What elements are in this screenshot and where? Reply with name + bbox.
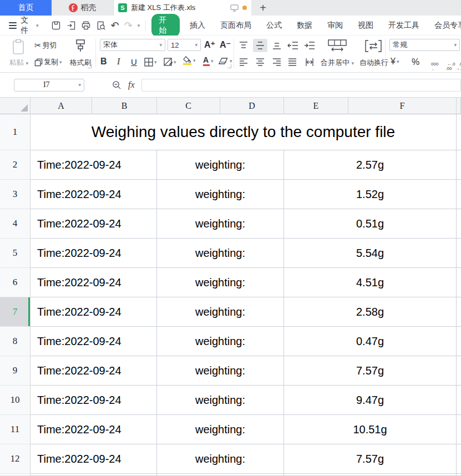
row-header-5[interactable]: 5 <box>0 239 31 268</box>
partial-cell[interactable] <box>457 209 461 239</box>
wrap-text-icon[interactable] <box>365 39 382 53</box>
align-middle-button[interactable] <box>253 39 267 52</box>
cell-time[interactable]: Time:2022-09-24 <box>31 386 157 415</box>
partial-cell[interactable] <box>457 444 461 474</box>
ribbon-tab-4[interactable]: 数据 <box>297 21 312 31</box>
cell-time[interactable]: Time:2022-09-24 <box>31 297 157 327</box>
ribbon-tab-3[interactable]: 公式 <box>266 21 282 31</box>
cell-time[interactable]: Time:2022-09-24 <box>31 327 157 356</box>
cell-time[interactable]: Time:2022-09-24 <box>31 239 157 268</box>
fill-color-button[interactable]: ▾ <box>183 56 196 65</box>
format-painter-icon[interactable] <box>73 38 88 54</box>
ribbon-tab-1[interactable]: 插入 <box>190 21 205 31</box>
new-tab-button[interactable]: + <box>251 0 275 16</box>
cell-title[interactable]: Weighing values directly to the computer… <box>31 114 457 150</box>
row-header-8[interactable]: 8 <box>0 327 31 356</box>
save-icon[interactable] <box>51 21 61 31</box>
cell-time[interactable]: Time:2022-09-24 <box>31 415 157 444</box>
formula-input[interactable] <box>141 79 461 92</box>
align-right-icon[interactable] <box>272 58 282 67</box>
cell-weighting-label[interactable]: weighting: <box>157 444 284 474</box>
bold-button[interactable]: B <box>100 57 107 67</box>
column-header-E[interactable]: E <box>284 98 348 114</box>
undo-icon[interactable]: ↶ <box>111 21 119 31</box>
cell-time[interactable]: Time:2022-09-24 <box>31 150 157 180</box>
partial-cell[interactable] <box>457 386 461 415</box>
ribbon-tab-5[interactable]: 审阅 <box>327 21 343 31</box>
merge-center-button[interactable]: 合并居中 ▾ <box>314 58 361 68</box>
cell-weight-value[interactable]: 2.58g <box>284 297 457 327</box>
column-header-F[interactable]: F <box>348 98 457 114</box>
export-icon[interactable] <box>66 21 76 31</box>
cell-weight-value[interactable]: 10.51g <box>284 415 457 444</box>
cell-weight-value[interactable]: 1.52g <box>284 180 457 209</box>
partial-cell[interactable] <box>457 180 461 209</box>
cell-weighting-label[interactable]: weighting: <box>157 386 284 415</box>
redo-icon[interactable]: ↷ <box>124 21 133 31</box>
increase-font-size-button[interactable]: A⁺ <box>204 41 215 48</box>
align-left-icon[interactable] <box>239 58 249 67</box>
eraser-button[interactable]: ▾ <box>219 57 232 65</box>
cell-weight-value[interactable]: 4.51g <box>284 268 457 297</box>
cell-weighting-label[interactable]: weighting: <box>157 327 284 356</box>
row-header-6[interactable]: 6 <box>0 268 31 297</box>
ribbon-tab-6[interactable]: 视图 <box>358 21 373 31</box>
column-header-C[interactable]: C <box>157 98 220 114</box>
cell-style-button[interactable]: ▾ <box>164 58 176 67</box>
cut-button[interactable]: ✂ 剪切 <box>34 40 57 50</box>
partial-cell[interactable] <box>457 239 461 268</box>
partial-cell[interactable] <box>457 114 461 150</box>
partial-cell[interactable] <box>457 474 461 476</box>
row-header-4[interactable]: 4 <box>0 209 31 239</box>
row-header-1[interactable]: 1 <box>0 114 31 150</box>
cell-weighting-label[interactable]: weighting: <box>157 268 284 297</box>
borders-button[interactable]: ▾ <box>144 58 157 67</box>
partial-cell[interactable] <box>457 297 461 327</box>
cell-weight-value[interactable]: 7.57g <box>284 356 457 386</box>
font-size-select[interactable]: 12 ▾ <box>168 39 201 51</box>
justify-icon[interactable] <box>287 58 297 67</box>
row-header-2[interactable]: 2 <box>0 150 31 180</box>
partial-cell[interactable] <box>457 356 461 386</box>
partial-cell[interactable] <box>457 415 461 444</box>
file-menu[interactable]: 文件 ▾ <box>21 16 38 36</box>
cell-partial[interactable] <box>31 474 157 476</box>
paste-icon[interactable] <box>11 39 26 55</box>
align-top-icon[interactable] <box>239 41 249 50</box>
copy-button[interactable]: 复制 ▾ <box>34 57 62 67</box>
cell-weighting-label[interactable]: weighting: <box>157 415 284 444</box>
column-header-B[interactable]: B <box>92 98 157 114</box>
cell-weight-value[interactable]: 9.47g <box>284 386 457 415</box>
italic-button[interactable]: I <box>117 57 120 67</box>
cell-weighting-label[interactable]: weighting: <box>157 239 284 268</box>
column-header-partial[interactable] <box>457 98 461 114</box>
fx-icon[interactable]: fx <box>128 80 135 90</box>
column-header-D[interactable]: D <box>220 98 284 114</box>
ribbon-tab-7[interactable]: 开发工具 <box>388 21 419 31</box>
row-header-7[interactable]: 7 <box>0 297 31 327</box>
increase-indent-icon[interactable] <box>304 41 315 50</box>
underline-button[interactable]: U <box>131 57 137 67</box>
cell-weight-value[interactable]: 7.57g <box>284 444 457 474</box>
cell-weight-value[interactable]: 5.54g <box>284 239 457 268</box>
font-dialog-launcher[interactable] <box>227 64 231 68</box>
clipboard-dialog-launcher[interactable] <box>88 64 92 68</box>
row-header-10[interactable]: 10 <box>0 386 31 415</box>
currency-format-button[interactable]: ¥ ▾ <box>391 57 399 67</box>
partial-cell[interactable] <box>457 327 461 356</box>
cell-time[interactable]: Time:2022-09-24 <box>31 444 157 474</box>
cell-weight-value[interactable]: 0.51g <box>284 209 457 239</box>
ribbon-tab-8[interactable]: 会员专享 <box>434 21 461 31</box>
partial-cell[interactable] <box>457 268 461 297</box>
ribbon-tab-2[interactable]: 页面布局 <box>220 21 251 31</box>
thousands-separator-button[interactable]: 000 , <box>426 58 438 75</box>
paste-button[interactable]: 粘贴 ▾ <box>4 58 33 68</box>
hamburger-menu-icon[interactable] <box>9 22 17 29</box>
cell-partial[interactable] <box>157 474 284 476</box>
cell-partial[interactable] <box>284 474 457 476</box>
tab-docer[interactable]: 稻壳 <box>52 0 114 16</box>
column-header-A[interactable]: A <box>31 98 92 114</box>
print-preview-icon[interactable] <box>96 21 106 31</box>
cell-time[interactable]: Time:2022-09-24 <box>31 180 157 209</box>
decrease-decimal-button[interactable]: .00 →.0 <box>454 58 461 75</box>
